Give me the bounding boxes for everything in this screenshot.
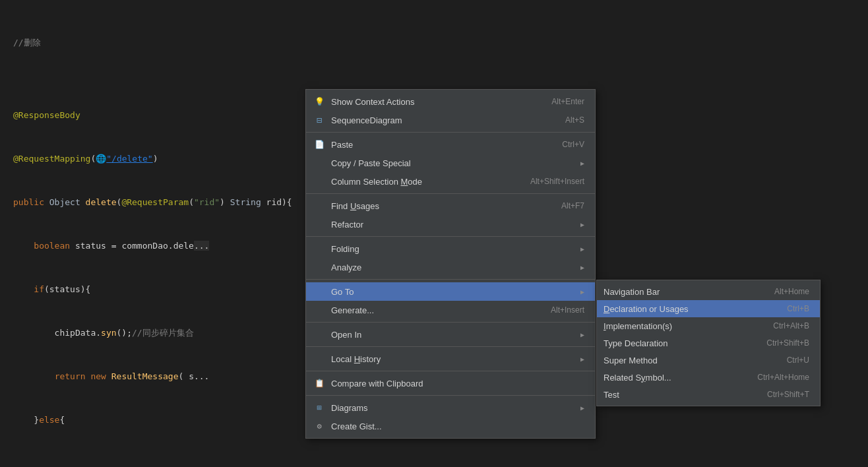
declaration-usages-label: Declaration or Usages — [604, 304, 774, 314]
separator-5 — [306, 322, 595, 323]
separator-8 — [306, 395, 595, 396]
bulb-icon: 💡 — [313, 95, 326, 108]
column-selection-shortcut: Alt+Shift+Insert — [530, 177, 584, 186]
history-icon — [313, 352, 326, 365]
compare-clipboard-label: Compare with Clipboard — [331, 379, 584, 389]
show-context-shortcut: Alt+Enter — [551, 97, 584, 106]
create-gist-label: Create Gist... — [331, 421, 584, 431]
gist-icon: ⚙ — [313, 420, 326, 433]
paste-label: Paste — [331, 140, 549, 150]
separator-7 — [306, 371, 595, 371]
menu-item-column-selection[interactable]: Column Selection Mode Alt+Shift+Insert — [306, 172, 595, 191]
generate-shortcut: Alt+Insert — [551, 305, 584, 315]
menu-item-compare-clipboard[interactable]: 📋 Compare with Clipboard — [306, 374, 595, 392]
menu-item-analyze[interactable]: Analyze ▶ — [306, 258, 595, 276]
analyze-arrow: ▶ — [580, 264, 584, 271]
menu-item-local-history[interactable]: Local History ▶ — [306, 350, 595, 368]
analyze-label: Analyze — [331, 263, 575, 272]
diagrams-label: Diagrams — [331, 403, 575, 413]
related-symbol-shortcut: Ctrl+Alt+Home — [757, 373, 809, 382]
open-in-arrow: ▶ — [580, 331, 584, 338]
refactor-arrow: ▶ — [580, 221, 584, 228]
type-declaration-label: Type Declaration — [604, 338, 753, 348]
submenu-type-declaration[interactable]: Type Declaration Ctrl+Shift+B — [597, 334, 820, 352]
refactor-icon — [313, 218, 326, 231]
copy-paste-icon — [313, 156, 326, 170]
separator-3 — [306, 236, 595, 237]
super-method-label: Super Method — [604, 356, 774, 365]
submenu-declaration-usages[interactable]: Declaration or Usages Ctrl+B — [597, 300, 820, 317]
related-symbol-label: Related Symbol... — [604, 373, 744, 383]
separator-6 — [306, 346, 595, 347]
copy-paste-arrow: ▶ — [580, 160, 584, 167]
menu-item-copy-paste-special[interactable]: Copy / Paste Special ▶ — [306, 154, 595, 172]
folding-arrow: ▶ — [580, 245, 584, 253]
menu-item-refactor[interactable]: Refactor ▶ — [306, 215, 595, 233]
column-selection-label: Column Selection Mode — [331, 177, 517, 187]
analyze-icon — [313, 261, 326, 274]
implementations-label: Implementation(s) — [604, 321, 760, 331]
goto-label: Go To — [331, 287, 575, 297]
submenu-test[interactable]: Test Ctrl+Shift+T — [597, 386, 820, 403]
sequence-diagram-label: SequenceDiagram — [331, 115, 552, 125]
separator-1 — [306, 132, 595, 133]
menu-item-show-context[interactable]: 💡 Show Context Actions Alt+Enter — [306, 92, 595, 111]
goto-icon — [313, 285, 326, 298]
local-history-arrow: ▶ — [580, 356, 584, 363]
menu-item-find-usages[interactable]: Find Usages Alt+F7 — [306, 197, 595, 215]
generate-icon — [313, 303, 326, 317]
navigation-bar-label: Navigation Bar — [604, 287, 761, 297]
menu-item-sequence-diagram[interactable]: ⊟ SequenceDiagram Alt+S — [306, 111, 595, 129]
submenu-navigation-bar[interactable]: Navigation Bar Alt+Home — [597, 283, 820, 300]
context-menu: 💡 Show Context Actions Alt+Enter ⊟ Seque… — [305, 89, 596, 439]
find-usages-label: Find Usages — [331, 201, 548, 211]
menu-item-folding[interactable]: Folding ▶ — [306, 239, 595, 258]
column-icon — [313, 175, 326, 188]
local-history-label: Local History — [331, 354, 575, 364]
goto-submenu: Navigation Bar Alt+Home Declaration or U… — [596, 280, 821, 406]
menu-item-goto[interactable]: Go To ▶ Navigation Bar Alt+Home Declarat… — [306, 282, 595, 301]
copy-paste-label: Copy / Paste Special — [331, 158, 575, 168]
menu-item-generate[interactable]: Generate... Alt+Insert — [306, 301, 595, 319]
refactor-label: Refactor — [331, 220, 575, 230]
folding-label: Folding — [331, 244, 575, 254]
submenu-implementations[interactable]: Implementation(s) Ctrl+Alt+B — [597, 317, 820, 334]
implementations-shortcut: Ctrl+Alt+B — [773, 321, 809, 330]
submenu-related-symbol[interactable]: Related Symbol... Ctrl+Alt+Home — [597, 369, 820, 386]
separator-2 — [306, 193, 595, 194]
separator-4 — [306, 279, 595, 280]
sequence-diagram-shortcut: Alt+S — [565, 115, 584, 125]
paste-shortcut: Ctrl+V — [562, 140, 584, 149]
super-method-shortcut: Ctrl+U — [787, 356, 809, 365]
menu-item-open-in[interactable]: Open In ▶ — [306, 325, 595, 344]
open-in-label: Open In — [331, 330, 575, 340]
show-context-label: Show Context Actions — [331, 97, 538, 107]
menu-item-diagrams[interactable]: ⊞ Diagrams ▶ — [306, 398, 595, 417]
menu-item-paste[interactable]: 📄 Paste Ctrl+V — [306, 135, 595, 154]
open-in-icon — [313, 328, 326, 341]
submenu-super-method[interactable]: Super Method Ctrl+U — [597, 352, 820, 369]
sequence-icon: ⊟ — [313, 113, 326, 127]
type-declaration-shortcut: Ctrl+Shift+B — [766, 338, 809, 348]
declaration-usages-shortcut: Ctrl+B — [787, 304, 809, 313]
generate-label: Generate... — [331, 305, 538, 315]
test-label: Test — [604, 390, 754, 400]
folding-icon — [313, 242, 326, 255]
find-icon — [313, 199, 326, 212]
navigation-bar-shortcut: Alt+Home — [774, 287, 809, 296]
paste-icon: 📄 — [313, 138, 326, 151]
goto-arrow: ▶ — [580, 288, 584, 296]
test-shortcut: Ctrl+Shift+T — [767, 390, 809, 399]
compare-icon: 📋 — [313, 377, 326, 390]
diagrams-arrow: ▶ — [580, 404, 584, 412]
find-usages-shortcut: Alt+F7 — [561, 201, 584, 210]
diagrams-icon: ⊞ — [313, 401, 326, 414]
menu-item-create-gist[interactable]: ⚙ Create Gist... — [306, 417, 595, 435]
